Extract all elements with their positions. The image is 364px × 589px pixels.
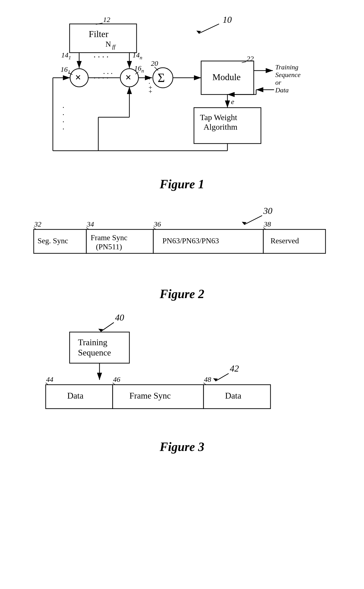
figure1-svg: 10 Filter N ff 12 14 1 14 n · · · · (15, 10, 349, 158)
figure2-svg: 30 Seg. Sync Frame Sync (PN511) PN63/PN6… (15, 201, 349, 282)
svg-rect-93 (70, 332, 129, 363)
svg-text:14: 14 (132, 51, 140, 59)
svg-text:n: n (140, 55, 142, 60)
svg-text:48: 48 (204, 375, 211, 383)
svg-marker-99 (213, 378, 218, 381)
svg-text:16: 16 (60, 65, 68, 73)
figure1-container: 10 Filter N ff 12 14 1 14 n · · · · (14, 10, 350, 172)
svg-text:46: 46 (113, 375, 120, 383)
svg-text:+: + (149, 88, 152, 95)
svg-text:Reserved: Reserved (271, 236, 299, 245)
svg-text:12: 12 (103, 16, 110, 23)
svg-text:1: 1 (68, 55, 71, 60)
figure2-container: 30 Seg. Sync Frame Sync (PN511) PN63/PN6… (14, 201, 350, 282)
svg-text:Sequence: Sequence (275, 71, 301, 79)
svg-text:20: 20 (151, 59, 158, 67)
svg-text:10: 10 (223, 15, 232, 25)
svg-text:38: 38 (264, 220, 271, 228)
svg-text:30: 30 (263, 206, 273, 216)
svg-text:36: 36 (154, 220, 161, 228)
svg-text:· · ·: · · · (103, 69, 113, 78)
figure3-svg: 40 Training Sequence 42 Data Frame Sync … (15, 311, 349, 435)
svg-line-91 (101, 322, 114, 332)
svg-line-71 (244, 216, 262, 225)
svg-text:·: · (62, 125, 64, 133)
svg-text:e: e (231, 98, 234, 105)
svg-text:or: or (275, 79, 281, 86)
svg-text:Training: Training (275, 63, 298, 71)
figure2-caption: Figure 2 (14, 287, 350, 301)
page: 10 Filter N ff 12 14 1 14 n · · · · (0, 0, 364, 589)
svg-text:34: 34 (87, 220, 94, 228)
svg-text:Algorithm: Algorithm (203, 123, 237, 131)
svg-line-98 (215, 373, 229, 381)
svg-text:(PN511): (PN511) (96, 242, 122, 251)
svg-text:42: 42 (230, 363, 239, 373)
svg-text:Σ: Σ (158, 71, 165, 85)
svg-text:22: 22 (247, 55, 254, 62)
svg-line-1 (199, 24, 219, 33)
figure1-caption-text: Figure 1 (160, 177, 204, 191)
svg-text:PN63/PN63/PN63: PN63/PN63/PN63 (162, 236, 219, 245)
figure3-container: 40 Training Sequence 42 Data Frame Sync … (14, 311, 350, 435)
svg-text:44: 44 (46, 375, 53, 383)
svg-text:Frame Sync: Frame Sync (91, 233, 127, 242)
svg-text:· · · ·: · · · · (93, 52, 109, 62)
svg-text:Frame Sync: Frame Sync (129, 391, 171, 400)
svg-marker-72 (242, 222, 247, 225)
svg-text:×: × (75, 72, 81, 83)
svg-text:Data: Data (67, 391, 84, 400)
svg-text:Data: Data (275, 86, 289, 94)
svg-text:Seg. Sync: Seg. Sync (38, 236, 68, 245)
svg-text:Sequence: Sequence (78, 348, 111, 357)
svg-text:16: 16 (134, 64, 141, 72)
figure1-caption: Figure 1 (14, 177, 350, 191)
svg-text:Filter: Filter (89, 29, 109, 39)
svg-text:32: 32 (34, 220, 41, 228)
svg-text:Data: Data (225, 391, 241, 400)
svg-text:14: 14 (61, 51, 68, 59)
svg-text:Training: Training (78, 338, 107, 347)
svg-text:1: 1 (68, 69, 70, 75)
svg-text:n: n (141, 68, 144, 74)
svg-text:40: 40 (115, 313, 124, 322)
svg-text:Tap Weight: Tap Weight (200, 113, 237, 122)
svg-text:Module: Module (212, 72, 240, 82)
figure2-caption-text: Figure 2 (160, 287, 204, 301)
svg-text:N: N (105, 40, 111, 48)
figure3-caption: Figure 3 (14, 440, 350, 454)
figure3-caption-text: Figure 3 (160, 440, 204, 454)
svg-text:×: × (125, 72, 131, 83)
